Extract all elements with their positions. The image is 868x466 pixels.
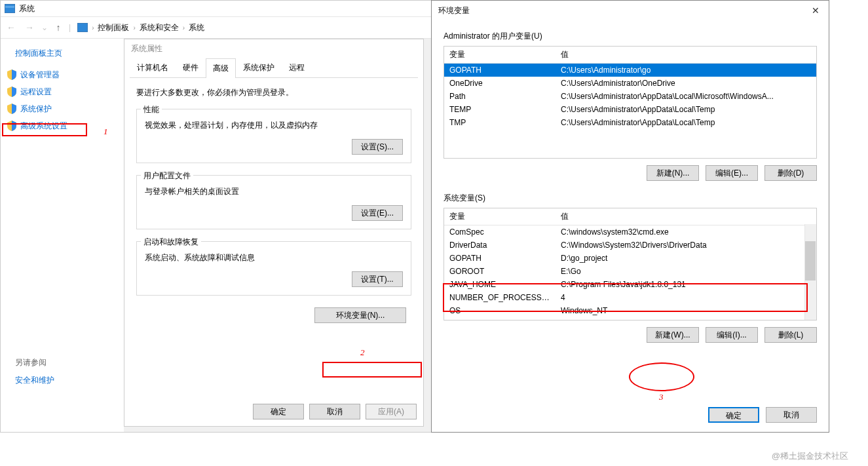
var-value: C:\Windows\System32\Drivers\DriverData xyxy=(556,239,816,252)
tab-advanced[interactable]: 高级 xyxy=(206,58,236,78)
performance-fieldset: 性能 视觉效果，处理器计划，内存使用，以及虚拟内存 设置(S)... xyxy=(136,109,411,163)
breadcrumb-item[interactable]: 控制面板 xyxy=(98,22,129,33)
table-row[interactable]: ComSpecC:\windows\system32\cmd.exe xyxy=(444,225,816,239)
table-row[interactable]: NUMBER_OF_PROCESSORS4 xyxy=(444,291,816,304)
window-title-bar: 系统 xyxy=(1,1,432,16)
startup-recovery-desc: 系统启动、系统故障和调试信息 xyxy=(145,252,403,263)
table-row[interactable]: OneDriveC:\Users\Administrator\OneDrive xyxy=(444,77,816,90)
nav-bar: ← → ⌄ ↑ | › 控制面板 › 系统和安全 › 系统 xyxy=(1,16,432,39)
security-maintenance-link[interactable]: 安全和维护 xyxy=(15,375,124,386)
user-delete-button[interactable]: 删除(D) xyxy=(764,165,817,181)
startup-recovery-settings-button[interactable]: 设置(T)... xyxy=(352,271,403,287)
var-name: NUMBER_OF_PROCESSORS xyxy=(444,291,556,304)
scrollbar-track[interactable] xyxy=(804,224,816,320)
var-name: GOROOT xyxy=(444,265,556,278)
var-value: C:\Users\Administrator\AppData\Local\Mic… xyxy=(556,90,816,103)
environment-variables-button[interactable]: 环境变量(N)... xyxy=(314,307,406,323)
system-vars-table[interactable]: 变量 值 ComSpecC:\windows\system32\cmd.exeD… xyxy=(443,208,817,320)
col-value[interactable]: 值 xyxy=(556,47,816,63)
sidebar-item-device-manager[interactable]: 设备管理器 xyxy=(7,68,124,81)
window-title: 系统 xyxy=(19,3,35,14)
monitor-icon xyxy=(5,4,15,13)
var-name: ComSpec xyxy=(444,225,556,239)
breadcrumb-item[interactable]: 系统和安全 xyxy=(140,22,179,33)
var-value: C:\Users\Administrator\go xyxy=(556,64,816,77)
admin-note: 要进行大多数更改，你必须作为管理员登录。 xyxy=(136,87,411,98)
startup-recovery-legend: 启动和故障恢复 xyxy=(141,237,201,248)
user-profiles-desc: 与登录帐户相关的桌面设置 xyxy=(145,186,403,197)
user-profiles-settings-button[interactable]: 设置(E)... xyxy=(352,205,403,221)
performance-settings-button[interactable]: 设置(S)... xyxy=(352,139,403,155)
back-arrow-icon[interactable]: ← xyxy=(3,20,19,35)
var-value: D:\go_project xyxy=(556,252,816,265)
user-profiles-legend: 用户配置文件 xyxy=(141,170,193,182)
annotation-1: 1 xyxy=(104,126,108,137)
user-vars-table[interactable]: 变量 值 GOPATHC:\Users\Administrator\goOneD… xyxy=(443,46,817,159)
system-vars-label: 系统变量(S) xyxy=(443,193,817,204)
sidebar-item-remote-settings[interactable]: 远程设置 xyxy=(7,85,124,98)
user-edit-button[interactable]: 编辑(E)... xyxy=(706,165,758,181)
shield-icon xyxy=(7,69,16,80)
dialog-title: 环境变量 xyxy=(438,5,470,16)
shield-icon xyxy=(7,87,16,97)
up-arrow-icon[interactable]: ↑ xyxy=(52,21,65,34)
system-delete-button[interactable]: 删除(L) xyxy=(764,327,817,343)
tab-system-protection[interactable]: 系统保护 xyxy=(236,58,282,77)
cancel-button[interactable]: 取消 xyxy=(309,404,360,419)
user-profiles-fieldset: 用户配置文件 与登录帐户相关的桌面设置 设置(E)... xyxy=(136,175,411,229)
table-row[interactable]: PathC:\Users\Administrator\AppData\Local… xyxy=(444,90,816,103)
scrollbar-handle[interactable] xyxy=(805,241,816,281)
sidebar-item-system-protection[interactable]: 系统保护 xyxy=(7,102,124,115)
annotation-2: 2 xyxy=(360,347,365,358)
table-header: 变量 值 xyxy=(444,47,816,64)
watermark: @稀土掘金技术社区 xyxy=(772,450,848,462)
table-row[interactable]: JAVA_HOMEC:\Program Files\Java\jdk1.8.0_… xyxy=(444,278,816,291)
var-name: DriverData xyxy=(444,239,556,252)
ok-button[interactable]: 确定 xyxy=(708,407,759,423)
var-name: OS xyxy=(444,304,556,317)
tab-hardware[interactable]: 硬件 xyxy=(176,58,206,77)
var-value: 4 xyxy=(556,291,816,304)
system-new-button[interactable]: 新建(W)... xyxy=(647,327,699,343)
chevron-right-icon: › xyxy=(133,24,135,31)
forward-arrow-icon: → xyxy=(22,20,37,35)
table-row[interactable]: DriverDataC:\Windows\System32\Drivers\Dr… xyxy=(444,239,816,252)
table-row[interactable]: OSWindows_NT xyxy=(444,304,816,317)
system-edit-button[interactable]: 编辑(I)... xyxy=(706,327,758,343)
user-new-button[interactable]: 新建(N)... xyxy=(647,165,699,181)
var-name: Path xyxy=(444,90,556,103)
performance-legend: 性能 xyxy=(141,104,162,115)
shield-icon xyxy=(7,121,16,131)
tab-row: 计算机名 硬件 高级 系统保护 远程 xyxy=(130,58,418,78)
var-value: C:\Users\Administrator\AppData\Local\Tem… xyxy=(556,116,816,129)
var-name: TMP xyxy=(444,116,556,129)
var-value: E:\Go xyxy=(556,265,816,278)
tab-remote[interactable]: 远程 xyxy=(282,58,312,77)
col-value[interactable]: 值 xyxy=(556,208,816,225)
sidebar-item-label: 远程设置 xyxy=(20,87,52,98)
var-name: JAVA_HOME xyxy=(444,278,556,291)
table-row[interactable]: GOROOTE:\Go xyxy=(444,265,816,278)
apply-button[interactable]: 应用(A) xyxy=(366,404,417,419)
breadcrumb-item[interactable]: 系统 xyxy=(189,22,204,33)
var-value: Windows_NT xyxy=(556,304,816,317)
col-variable[interactable]: 变量 xyxy=(444,208,556,225)
cancel-button[interactable]: 取消 xyxy=(766,407,817,423)
ok-button[interactable]: 确定 xyxy=(253,404,304,419)
breadcrumb: › 控制面板 › 系统和安全 › 系统 xyxy=(77,22,204,33)
performance-desc: 视觉效果，处理器计划，内存使用，以及虚拟内存 xyxy=(145,120,403,131)
environment-variables-dialog: 环境变量 ✕ Administrator 的用户变量(U) 变量 值 GOPAT… xyxy=(431,0,829,433)
table-row[interactable]: GOPATHC:\Users\Administrator\go xyxy=(444,64,816,77)
sidebar-home-link[interactable]: 控制面板主页 xyxy=(15,48,124,59)
table-row[interactable]: GOPATHD:\go_project xyxy=(444,252,816,265)
close-icon[interactable]: ✕ xyxy=(809,5,822,16)
tab-computer-name[interactable]: 计算机名 xyxy=(130,58,176,77)
var-name: GOPATH xyxy=(444,64,556,77)
table-row[interactable]: TMPC:\Users\Administrator\AppData\Local\… xyxy=(444,116,816,129)
col-variable[interactable]: 变量 xyxy=(444,47,556,63)
sidebar: 控制面板主页 设备管理器 远程设置 系统保护 高级系统设置 另请参阅 安全和维护 xyxy=(1,39,124,432)
sidebar-item-label: 系统保护 xyxy=(20,104,52,115)
table-row[interactable]: TEMPC:\Users\Administrator\AppData\Local… xyxy=(444,103,816,116)
startup-recovery-fieldset: 启动和故障恢复 系统启动、系统故障和调试信息 设置(T)... xyxy=(136,241,411,296)
sidebar-item-label: 设备管理器 xyxy=(20,69,60,81)
